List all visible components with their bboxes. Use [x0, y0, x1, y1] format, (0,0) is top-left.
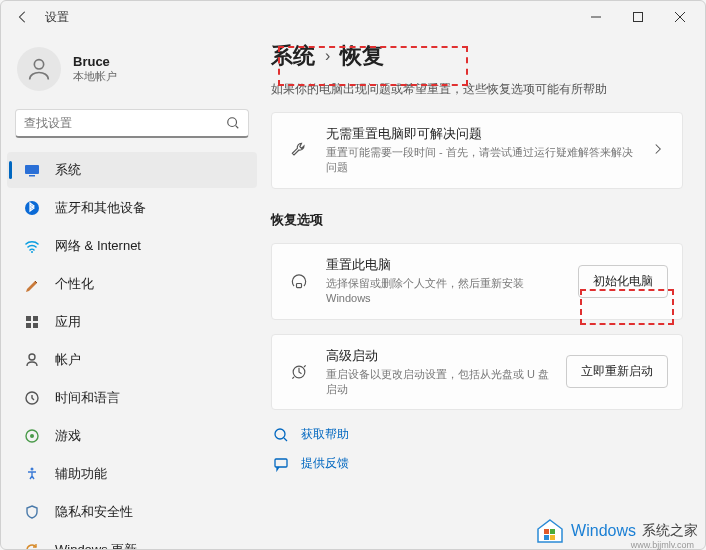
- feedback-link-text: 提供反馈: [301, 455, 349, 472]
- sidebar-item-bluetooth[interactable]: 蓝牙和其他设备: [7, 190, 257, 226]
- breadcrumb-current: 恢复: [340, 41, 384, 71]
- update-icon: [21, 542, 43, 549]
- help-icon: [271, 427, 291, 443]
- svg-rect-6: [29, 175, 35, 177]
- svg-rect-5: [25, 165, 39, 174]
- main-content: 系统 › 恢复 如果你的电脑出现问题或希望重置，这些恢复选项可能有所帮助 无需重…: [261, 33, 705, 549]
- breadcrumb: 系统 › 恢复: [271, 41, 683, 71]
- sidebar-item-label: Windows 更新: [55, 541, 137, 549]
- troubleshoot-title: 无需重置电脑即可解决问题: [326, 125, 634, 143]
- sidebar-item-label: 蓝牙和其他设备: [55, 199, 146, 217]
- reset-desc: 选择保留或删除个人文件，然后重新安装 Windows: [326, 276, 564, 307]
- wrench-icon: [286, 140, 312, 160]
- watermark-suffix: 系统之家: [642, 522, 698, 540]
- advanced-title: 高级启动: [326, 347, 552, 365]
- reset-button[interactable]: 初始化电脑: [578, 265, 668, 298]
- help-link-text: 获取帮助: [301, 426, 349, 443]
- advanced-button[interactable]: 立即重新启动: [566, 355, 668, 388]
- sidebar-item-privacy[interactable]: 隐私和安全性: [7, 494, 257, 530]
- svg-rect-25: [544, 535, 549, 540]
- minimize-button[interactable]: [575, 1, 617, 33]
- page-subtitle: 如果你的电脑出现问题或希望重置，这些恢复选项可能有所帮助: [271, 81, 683, 98]
- sidebar-item-label: 应用: [55, 313, 81, 331]
- sidebar-item-label: 时间和语言: [55, 389, 120, 407]
- back-button[interactable]: [5, 1, 41, 33]
- accounts-icon: [21, 352, 43, 368]
- bluetooth-icon: [21, 200, 43, 216]
- svg-rect-11: [26, 323, 31, 328]
- sidebar-item-apps[interactable]: 应用: [7, 304, 257, 340]
- help-link[interactable]: 获取帮助: [271, 426, 683, 443]
- svg-line-21: [284, 438, 287, 441]
- advanced-desc: 重启设备以更改启动设置，包括从光盘或 U 盘启动: [326, 367, 552, 398]
- sidebar-item-label: 隐私和安全性: [55, 503, 133, 521]
- breadcrumb-parent[interactable]: 系统: [271, 41, 315, 71]
- apps-icon: [21, 314, 43, 330]
- sidebar-item-update[interactable]: Windows 更新: [7, 532, 257, 549]
- feedback-icon: [271, 456, 291, 472]
- watermark-brand: Windows: [571, 522, 636, 540]
- svg-rect-18: [297, 284, 302, 288]
- sidebar: Bruce 本地帐户 系统 蓝牙和其他设备: [1, 33, 261, 549]
- reset-card: 重置此电脑 选择保留或删除个人文件，然后重新安装 Windows 初始化电脑: [271, 243, 683, 320]
- watermark-logo-icon: [535, 518, 565, 544]
- sidebar-item-accessibility[interactable]: 辅助功能: [7, 456, 257, 492]
- search-input[interactable]: [16, 110, 218, 136]
- system-icon: [21, 162, 43, 178]
- profile[interactable]: Bruce 本地帐户: [7, 39, 257, 105]
- breadcrumb-sep: ›: [325, 47, 330, 65]
- svg-rect-24: [550, 529, 555, 534]
- sidebar-item-personalize[interactable]: 个性化: [7, 266, 257, 302]
- window-title: 设置: [45, 9, 69, 26]
- sidebar-item-label: 帐户: [55, 351, 81, 369]
- sidebar-item-label: 游戏: [55, 427, 81, 445]
- troubleshoot-card[interactable]: 无需重置电脑即可解决问题 重置可能需要一段时间 - 首先，请尝试通过运行疑难解答…: [271, 112, 683, 189]
- svg-point-3: [228, 118, 237, 127]
- sidebar-item-label: 网络 & Internet: [55, 237, 141, 255]
- avatar: [17, 47, 61, 91]
- sidebar-item-accounts[interactable]: 帐户: [7, 342, 257, 378]
- advanced-icon: [286, 362, 312, 382]
- svg-point-16: [30, 434, 34, 438]
- advanced-card: 高级启动 重启设备以更改启动设置，包括从光盘或 U 盘启动 立即重新启动: [271, 334, 683, 411]
- help-links: 获取帮助 提供反馈: [271, 426, 683, 472]
- sidebar-item-system[interactable]: 系统: [7, 152, 257, 188]
- svg-rect-12: [33, 323, 38, 328]
- titlebar: 设置: [1, 1, 705, 33]
- svg-point-17: [31, 468, 34, 471]
- time-icon: [21, 390, 43, 406]
- reset-title: 重置此电脑: [326, 256, 564, 274]
- sidebar-item-time[interactable]: 时间和语言: [7, 380, 257, 416]
- gaming-icon: [21, 428, 43, 444]
- profile-sub: 本地帐户: [73, 69, 117, 84]
- svg-rect-10: [33, 316, 38, 321]
- svg-point-8: [31, 251, 33, 253]
- watermark-url: www.bjjmlv.com: [631, 540, 694, 550]
- nav-list: 系统 蓝牙和其他设备 网络 & Internet 个性化 应用: [7, 152, 257, 549]
- svg-rect-26: [550, 535, 555, 540]
- feedback-link[interactable]: 提供反馈: [271, 455, 683, 472]
- section-title: 恢复选项: [271, 211, 683, 229]
- sidebar-item-label: 辅助功能: [55, 465, 107, 483]
- svg-rect-23: [544, 529, 549, 534]
- search-icon: [218, 116, 248, 130]
- sidebar-item-network[interactable]: 网络 & Internet: [7, 228, 257, 264]
- svg-point-2: [34, 60, 43, 69]
- svg-point-20: [275, 429, 285, 439]
- search-box[interactable]: [15, 109, 249, 138]
- profile-name: Bruce: [73, 54, 117, 69]
- sidebar-item-gaming[interactable]: 游戏: [7, 418, 257, 454]
- svg-rect-22: [275, 459, 287, 467]
- chevron-right-icon: [648, 141, 668, 159]
- network-icon: [21, 238, 43, 254]
- troubleshoot-desc: 重置可能需要一段时间 - 首先，请尝试通过运行疑难解答来解决问题: [326, 145, 634, 176]
- sidebar-item-label: 个性化: [55, 275, 94, 293]
- reset-icon: [286, 271, 312, 291]
- maximize-button[interactable]: [617, 1, 659, 33]
- personalize-icon: [21, 276, 43, 292]
- close-button[interactable]: [659, 1, 701, 33]
- svg-rect-9: [26, 316, 31, 321]
- accessibility-icon: [21, 466, 43, 482]
- svg-line-4: [236, 126, 239, 129]
- svg-rect-1: [634, 13, 643, 22]
